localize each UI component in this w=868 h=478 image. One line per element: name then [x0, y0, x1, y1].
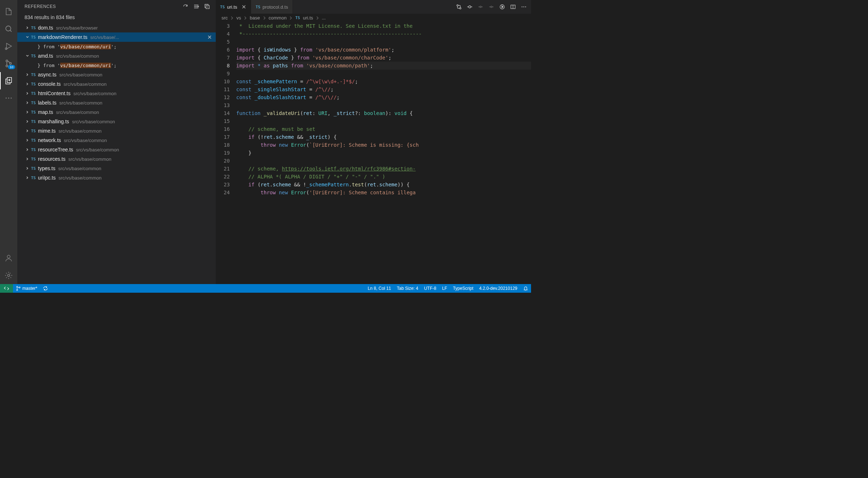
git-branch[interactable]: master* [13, 284, 40, 293]
chevron-icon[interactable] [25, 91, 30, 96]
next-icon[interactable] [488, 4, 494, 10]
reference-file-item[interactable]: TSuriIpc.tssrc/vs/base/common [17, 173, 216, 182]
ts-file-icon: TS [31, 26, 36, 30]
ref-filename: markdownRenderer.ts [38, 34, 87, 40]
chevron-icon[interactable] [25, 101, 30, 105]
editor-tab[interactable]: TSprotocol.d.ts [251, 0, 293, 14]
search-icon[interactable] [0, 20, 17, 37]
chevron-icon[interactable] [25, 147, 30, 152]
reference-file-item[interactable]: TSamd.tssrc/vs/base/common [17, 51, 216, 61]
clear-icon[interactable] [193, 4, 199, 9]
ref-path: src/vs/base/common [58, 166, 101, 171]
reference-file-item[interactable]: TSnetwork.tssrc/vs/base/common [17, 136, 216, 145]
reference-file-item[interactable]: TSmarkdownRenderer.tssrc/vs/base/... [17, 32, 216, 42]
ts-file-icon: TS [31, 54, 36, 58]
references-sidebar: REFERENCES 834 results in 834 files TSdo… [17, 0, 216, 284]
notifications-icon[interactable] [520, 284, 531, 293]
chevron-icon[interactable] [25, 35, 30, 39]
ref-filename: resources.ts [38, 156, 65, 162]
reference-file-item[interactable]: TSlabels.tssrc/vs/base/common [17, 98, 216, 107]
commit-icon[interactable] [467, 4, 473, 10]
chevron-icon[interactable] [25, 72, 30, 77]
reference-match[interactable]: } from 'vs/base/common/uri'; [17, 61, 216, 70]
reference-file-item[interactable]: TSresources.tssrc/vs/base/common [17, 154, 216, 164]
chevron-right-icon [262, 16, 267, 20]
svg-point-22 [17, 286, 18, 287]
cursor-position[interactable]: Ln 8, Col 11 [365, 284, 394, 293]
collapse-all-icon[interactable] [204, 4, 210, 9]
chevron-icon[interactable] [25, 129, 30, 133]
ref-path: src/vs/base/common [58, 128, 101, 134]
ref-path: src/vs/base/common [58, 175, 101, 181]
tab-size[interactable]: Tab Size: 4 [394, 284, 421, 293]
settings-gear-icon[interactable] [0, 267, 17, 284]
ref-path: src/vs/base/common [56, 53, 99, 59]
ts-file-icon: TS [31, 82, 36, 87]
reference-tree[interactable]: TSdom.tssrc/vs/base/browserTSmarkdownRen… [17, 23, 216, 284]
more-actions-icon[interactable] [521, 4, 527, 10]
breadcrumb-item[interactable]: ... [322, 15, 326, 21]
chevron-icon[interactable] [25, 110, 30, 114]
breadcrumb-item[interactable]: TSuri.ts [295, 15, 313, 21]
ref-path: src/vs/base/common [60, 72, 102, 78]
chevron-icon[interactable] [25, 119, 30, 124]
ts-version[interactable]: 4.2.0-dev.20210129 [476, 284, 520, 293]
prev-icon[interactable] [478, 4, 483, 10]
svg-point-19 [522, 6, 522, 7]
reference-file-item[interactable]: TSconsole.tssrc/vs/base/common [17, 79, 216, 89]
run-debug-icon[interactable] [0, 37, 17, 55]
ref-filename: mime.ts [38, 128, 56, 134]
reference-file-item[interactable]: TShtmlContent.tssrc/vs/base/common [17, 89, 216, 98]
chevron-right-icon [289, 16, 293, 20]
chevron-icon[interactable] [25, 166, 30, 171]
references-icon[interactable] [0, 72, 17, 89]
reference-file-item[interactable]: TSdom.tssrc/vs/base/browser [17, 23, 216, 32]
svg-point-8 [11, 98, 12, 99]
breadcrumb-item[interactable]: base [250, 15, 260, 21]
breadcrumb[interactable]: srcvsbasecommonTSuri.ts... [216, 14, 531, 22]
sync-icon[interactable] [40, 284, 51, 293]
ts-file-icon: TS [31, 101, 36, 105]
ref-path: src/vs/base/... [90, 35, 119, 40]
explorer-icon[interactable] [0, 3, 17, 20]
scm-icon[interactable]: 10 [0, 55, 17, 72]
chevron-icon[interactable] [25, 82, 30, 86]
ts-file-icon: TS [31, 138, 36, 143]
svg-point-3 [6, 65, 8, 67]
ref-path: src/vs/base/browser [56, 25, 98, 31]
breadcrumb-item[interactable]: vs [236, 15, 241, 21]
ts-file-icon: TS [31, 91, 36, 96]
remote-indicator[interactable] [0, 284, 13, 293]
chevron-icon[interactable] [25, 157, 30, 161]
account-icon[interactable] [0, 249, 17, 267]
reference-match[interactable]: } from 'vs/base/common/uri'; [17, 42, 216, 51]
reference-file-item[interactable]: TStypes.tssrc/vs/base/common [17, 164, 216, 173]
breadcrumb-item[interactable]: src [222, 15, 228, 21]
ts-file-icon: TS [31, 129, 36, 133]
encoding[interactable]: UTF-8 [421, 284, 439, 293]
ts-file-icon: TS [31, 119, 36, 124]
reference-file-item[interactable]: TSmarshalling.tssrc/vs/base/common [17, 117, 216, 126]
editor-tab[interactable]: TSuri.ts [216, 0, 251, 14]
reference-file-item[interactable]: TSmap.tssrc/vs/base/common [17, 107, 216, 117]
ts-file-icon: TS [255, 5, 260, 9]
breadcrumb-item[interactable]: common [269, 15, 287, 21]
reference-file-item[interactable]: TSasync.tssrc/vs/base/common [17, 70, 216, 79]
reference-file-item[interactable]: TSmime.tssrc/vs/base/common [17, 126, 216, 136]
close-icon[interactable] [207, 35, 212, 40]
compare-icon[interactable] [456, 4, 462, 10]
language-mode[interactable]: TypeScript [450, 284, 476, 293]
close-icon[interactable] [241, 4, 246, 9]
tab-label: protocol.d.ts [263, 4, 288, 10]
eol[interactable]: LF [439, 284, 450, 293]
split-editor-icon[interactable] [510, 4, 516, 10]
chevron-icon[interactable] [25, 176, 30, 180]
chevron-icon[interactable] [25, 138, 30, 142]
code-content[interactable]: * Licensed under the MIT License. See Li… [236, 22, 531, 284]
more-icon[interactable] [0, 89, 17, 107]
refresh-icon[interactable] [183, 4, 188, 9]
chevron-icon[interactable] [25, 54, 30, 58]
chevron-icon[interactable] [25, 26, 30, 30]
run-file-icon[interactable] [499, 4, 505, 10]
reference-file-item[interactable]: TSresourceTree.tssrc/vs/base/common [17, 145, 216, 154]
